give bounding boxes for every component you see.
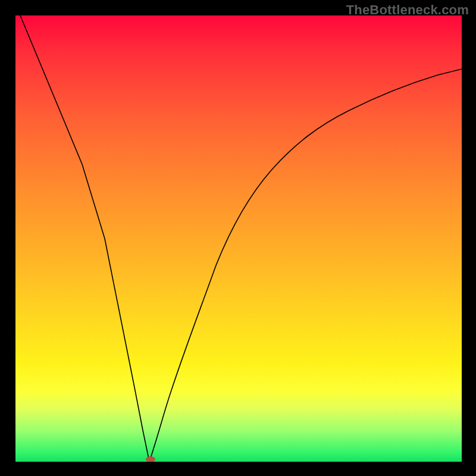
curve-layer <box>15 15 462 462</box>
chart-container: TheBottleneck.com <box>0 0 476 476</box>
curve-left-branch <box>20 15 149 462</box>
minimum-marker <box>146 456 155 462</box>
curve-right-branch <box>149 69 462 462</box>
plot-area <box>15 15 462 462</box>
